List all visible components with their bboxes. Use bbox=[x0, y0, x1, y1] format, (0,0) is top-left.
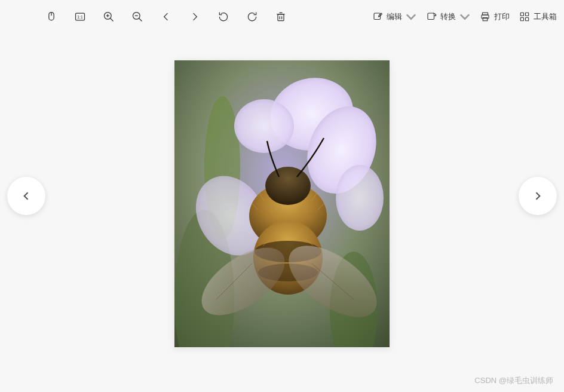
svg-line-5 bbox=[111, 19, 114, 22]
toolbar-left-group: 1:1 bbox=[44, 10, 288, 24]
next-image-button[interactable] bbox=[519, 177, 557, 215]
toolbar-right-group: 编辑 转换 打印 工具箱 bbox=[372, 11, 557, 22]
rotate-right-icon[interactable] bbox=[245, 10, 259, 24]
chevron-right-icon bbox=[532, 190, 544, 202]
toolbox-icon bbox=[519, 11, 530, 22]
prev-icon[interactable] bbox=[159, 10, 173, 24]
toolbox-label: 工具箱 bbox=[534, 11, 557, 22]
svg-point-33 bbox=[336, 165, 384, 231]
print-icon bbox=[480, 11, 491, 22]
zoom-out-icon[interactable] bbox=[130, 10, 145, 24]
svg-rect-21 bbox=[520, 13, 523, 16]
print-button[interactable]: 打印 bbox=[480, 11, 510, 22]
toolbox-button[interactable]: 工具箱 bbox=[519, 11, 557, 22]
svg-rect-22 bbox=[526, 13, 529, 16]
convert-button[interactable]: 转换 bbox=[426, 11, 470, 22]
rotate-left-icon[interactable] bbox=[216, 10, 231, 24]
next-icon[interactable] bbox=[188, 10, 202, 24]
bee-on-flower-image bbox=[174, 60, 390, 347]
edit-label: 编辑 bbox=[387, 11, 402, 22]
convert-icon bbox=[426, 11, 437, 22]
mouse-mode-icon[interactable] bbox=[44, 10, 59, 24]
zoom-in-icon[interactable] bbox=[102, 10, 116, 24]
prev-image-button[interactable] bbox=[7, 177, 45, 215]
watermark-text: CSDN @绿毛虫训练师 bbox=[474, 375, 553, 386]
svg-rect-17 bbox=[428, 13, 434, 20]
delete-icon[interactable] bbox=[274, 10, 288, 24]
toolbar: 1:1 编辑 转换 bbox=[0, 0, 564, 33]
convert-label: 转换 bbox=[440, 11, 456, 22]
svg-rect-11 bbox=[278, 14, 284, 21]
image-viewer bbox=[0, 33, 564, 392]
svg-rect-24 bbox=[526, 18, 529, 21]
image-display[interactable] bbox=[174, 60, 390, 347]
chevron-down-icon bbox=[459, 11, 470, 22]
svg-rect-20 bbox=[483, 18, 488, 21]
svg-point-31 bbox=[234, 99, 294, 153]
svg-rect-23 bbox=[520, 18, 523, 21]
edit-icon bbox=[372, 11, 383, 22]
actual-size-icon[interactable]: 1:1 bbox=[73, 10, 87, 24]
edit-button[interactable]: 编辑 bbox=[372, 11, 416, 22]
print-label: 打印 bbox=[494, 11, 510, 22]
svg-line-9 bbox=[139, 19, 142, 22]
svg-point-35 bbox=[265, 167, 311, 205]
chevron-left-icon bbox=[20, 190, 32, 202]
svg-text:1:1: 1:1 bbox=[77, 15, 83, 19]
chevron-down-icon bbox=[406, 11, 416, 22]
